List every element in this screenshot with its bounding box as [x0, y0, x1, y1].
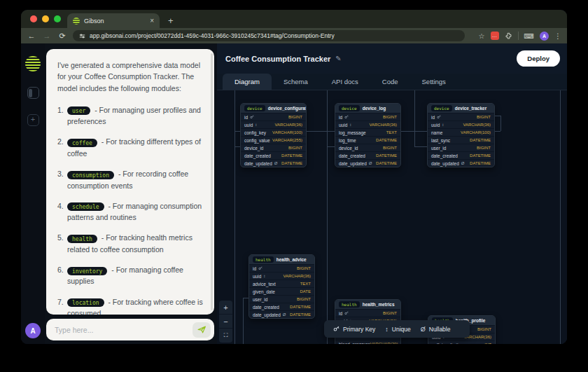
- er-column-row: date_updatedØDATETIME: [241, 159, 306, 167]
- browser-tab-gibson[interactable]: Gibson ×: [67, 13, 160, 28]
- diagram-legend: Primary Key ↕ Unique Ø Nullable: [324, 320, 470, 338]
- forward-icon[interactable]: →: [42, 32, 52, 40]
- module-item-health: 5.health - For tracking health metrics r…: [57, 232, 203, 255]
- column-type: BIGINT: [383, 311, 397, 315]
- relationship-line: [401, 131, 427, 132]
- edit-title-icon[interactable]: ✎: [335, 55, 341, 62]
- relationship-line: [560, 90, 561, 344]
- relationship-line: [327, 146, 335, 147]
- close-window-button[interactable]: [30, 15, 37, 22]
- browser-profile-avatar[interactable]: A: [540, 32, 549, 41]
- tab-api-docs[interactable]: API docs: [320, 74, 370, 90]
- nullable-icon: Ø: [283, 312, 286, 317]
- gibson-logo[interactable]: [25, 56, 41, 71]
- module-number: 5.: [57, 232, 64, 243]
- screenshot-stage: Gibson × + ← → ⟳ app.gibsonai.com/projec…: [0, 0, 588, 372]
- column-name: device_id: [339, 146, 358, 151]
- browser-menu-icon[interactable]: ⋮: [554, 32, 561, 40]
- er-table-health_advice[interactable]: healthhealth_adviceidBIGINTuuid↕VARCHAR(…: [248, 254, 315, 319]
- module-tag: device: [431, 105, 452, 111]
- module-number: 2.: [57, 136, 64, 147]
- tab-schema[interactable]: Schema: [272, 74, 320, 90]
- er-table-name: health_metrics: [363, 302, 395, 307]
- project-header: Coffee Consumption Tracker ✎ Deploy: [217, 43, 567, 74]
- legend-nullable: Ø Nullable: [421, 326, 451, 333]
- tab-diagram[interactable]: Diagram: [223, 74, 272, 90]
- er-table-device_configuration[interactable]: devicedevice_configurationidBIGINTuuid↕V…: [240, 103, 307, 167]
- key-icon: [344, 115, 349, 119]
- unique-icon: ↕: [255, 123, 257, 127]
- zoom-in-button[interactable]: +: [219, 301, 232, 315]
- browser-tabstrip: Gibson × +: [21, 10, 567, 28]
- column-name: date_created: [253, 305, 279, 310]
- chat-scrollbar[interactable]: [211, 53, 213, 310]
- er-table-device_log[interactable]: devicedevice_logidBIGINTuuid↕VARCHAR(36)…: [335, 103, 401, 167]
- fit-view-button[interactable]: ⛶: [219, 329, 232, 343]
- site-info-icon[interactable]: [79, 33, 85, 39]
- user-avatar[interactable]: A: [25, 323, 41, 338]
- adblock-extension-icon[interactable]: ...: [491, 32, 499, 40]
- module-number: 6.: [57, 264, 64, 275]
- er-column-row: date_createdDATETIME: [428, 151, 494, 159]
- er-table-name: device_configuration: [268, 106, 307, 111]
- er-table-device_tracker[interactable]: devicedevice_trackeridBIGINTuuid↕VARCHAR…: [427, 103, 495, 167]
- module-badge: schedule: [67, 202, 104, 211]
- unique-icon: ↕: [263, 274, 265, 278]
- minimize-window-button[interactable]: [42, 15, 49, 22]
- toggle-panel-icon[interactable]: [27, 87, 39, 99]
- chat-message-card: I've generated a comprehensive data mode…: [46, 49, 214, 315]
- column-type: BIGINT: [383, 115, 397, 119]
- chat-input[interactable]: [55, 326, 192, 334]
- column-name: config_value: [244, 138, 270, 143]
- column-name: config_key: [244, 130, 266, 135]
- maximize-window-button[interactable]: [54, 15, 61, 22]
- column-type: VARCHAR(36): [274, 123, 302, 127]
- column-type: BIGINT: [297, 266, 311, 270]
- send-button[interactable]: [192, 322, 211, 338]
- tab-close-icon[interactable]: ×: [150, 17, 154, 25]
- column-name: advice_text: [253, 282, 276, 287]
- nullable-icon: Ø: [369, 161, 372, 165]
- relationship-line: [327, 90, 328, 344]
- zoom-out-button[interactable]: −: [219, 315, 232, 329]
- column-type: DATETIME: [470, 138, 491, 142]
- diagram-canvas[interactable]: devicedevice_configurationidBIGINTuuid↕V…: [217, 90, 567, 344]
- column-type: VARCHAR(100): [272, 130, 302, 135]
- legend-primary-key: Primary Key: [333, 326, 375, 333]
- column-type: VARCHAR(20): [370, 342, 398, 344]
- deploy-button[interactable]: Deploy: [517, 50, 560, 67]
- er-column-row: user_idBIGINT: [428, 144, 494, 151]
- new-tab-button[interactable]: +: [168, 15, 174, 28]
- reload-icon[interactable]: ⟳: [57, 32, 67, 41]
- tab-settings[interactable]: Settings: [410, 74, 458, 90]
- er-table-header: devicedevice_log: [335, 104, 400, 113]
- er-table-name: device_tracker: [455, 106, 487, 111]
- relationship-line: [234, 131, 240, 132]
- module-number: 3.: [57, 168, 64, 179]
- module-badge: location: [67, 298, 104, 307]
- er-column-row: config_valueVARCHAR(255): [241, 136, 306, 144]
- column-name: given_date: [253, 289, 275, 294]
- back-icon[interactable]: ←: [27, 32, 36, 40]
- tab-code[interactable]: Code: [370, 74, 410, 90]
- relationship-line: [500, 116, 501, 131]
- er-column-row: uuid↕VARCHAR(36): [428, 120, 494, 128]
- address-bar[interactable]: app.gibsonai.com/project/00272dd1-459c-4…: [73, 30, 465, 41]
- bookmark-star-icon[interactable]: ☆: [479, 32, 485, 40]
- extensions-puzzle-icon[interactable]: [505, 32, 512, 40]
- column-name: date_created: [339, 153, 365, 158]
- er-column-row: date_createdDATETIME: [241, 151, 306, 159]
- module-item-location: 7.location - For tracking where coffee i…: [57, 296, 203, 315]
- left-rail: + A: [21, 43, 45, 344]
- er-table-name: health_advice: [276, 257, 307, 262]
- column-name: user_id: [253, 297, 267, 302]
- relationship-line: [414, 146, 427, 147]
- primary-key-icon: [333, 326, 340, 332]
- column-name: uuid: [244, 123, 253, 128]
- column-type: DATETIME: [376, 153, 397, 158]
- keyboard-icon[interactable]: ⌨: [524, 32, 534, 40]
- column-type: VARCHAR(36): [283, 274, 311, 278]
- new-chat-icon[interactable]: +: [27, 114, 39, 126]
- column-type: DATETIME: [281, 153, 302, 158]
- chat-panel: I've generated a comprehensive data mode…: [45, 43, 217, 344]
